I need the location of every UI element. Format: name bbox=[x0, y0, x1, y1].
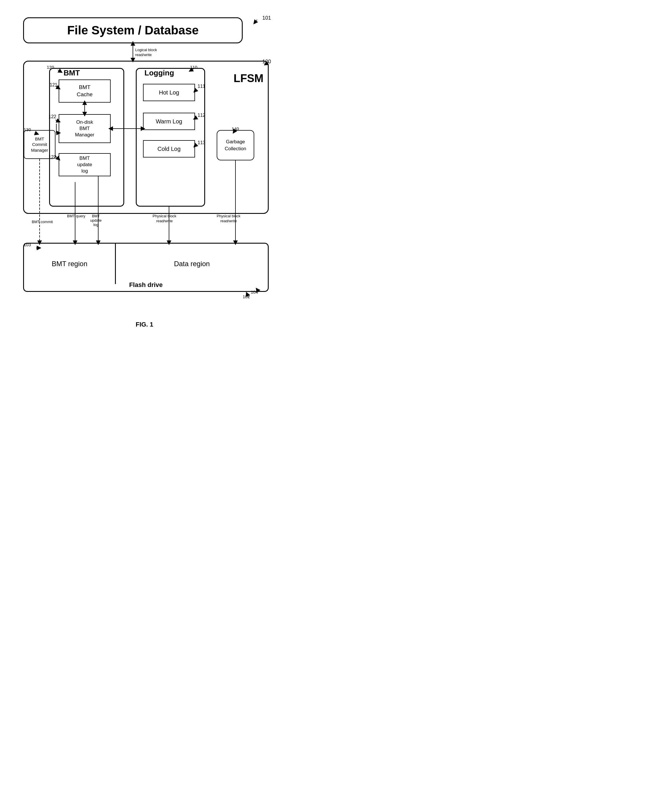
fig-label: FIG. 1 bbox=[6, 321, 283, 328]
logging-section-label: Logging bbox=[144, 68, 174, 78]
ref-121: 121 bbox=[50, 83, 58, 88]
ref-113: 113 bbox=[198, 140, 205, 145]
bmt-region: BMT region bbox=[24, 244, 116, 284]
bmt-region-label: BMT region bbox=[52, 260, 88, 268]
bmt-commit-arrow-label: BMT commit bbox=[32, 220, 53, 224]
fs-db-label: File System / Database bbox=[67, 23, 198, 37]
bmt-cache-box: BMTCache bbox=[59, 79, 111, 102]
cold-log-box: Cold Log bbox=[143, 140, 195, 157]
bmt-commit-label: BMTCommitManager bbox=[31, 136, 48, 153]
ref-111: 111 bbox=[198, 84, 205, 89]
ondisk-bmt-box: On-diskBMTManager bbox=[59, 114, 111, 143]
ondisk-bmt-label: On-diskBMTManager bbox=[75, 119, 94, 138]
bmt-updatelog-box: BMTupdatelog bbox=[59, 153, 111, 176]
phys-rw2-label: Physical block read/write bbox=[217, 214, 240, 224]
phys-rw1-label: Physical block read/write bbox=[152, 214, 176, 224]
warm-log-label: Warm Log bbox=[156, 118, 182, 125]
ref-140: 140 bbox=[232, 126, 239, 131]
ref-120: 120 bbox=[47, 65, 54, 69]
hot-log-box: Hot Log bbox=[143, 84, 195, 101]
ref-103: 103 bbox=[24, 242, 31, 247]
hot-log-label: Hot Log bbox=[159, 89, 179, 96]
ref-102: 102 bbox=[243, 294, 250, 299]
cold-log-label: Cold Log bbox=[157, 145, 180, 152]
flash-drive-label: Flash drive bbox=[24, 281, 268, 289]
diagram: File System / Database 101 Logical block… bbox=[6, 6, 283, 338]
data-region-label: Data region bbox=[174, 260, 210, 268]
bmt-cache-label: BMTCache bbox=[77, 84, 93, 98]
lfsm-label: LFSM bbox=[234, 72, 264, 85]
fs-db-box: File System / Database bbox=[23, 17, 243, 43]
ref-122: 122 bbox=[48, 114, 56, 119]
bmt-section-label: BMT bbox=[64, 68, 80, 78]
warm-log-box: Warm Log bbox=[143, 113, 195, 130]
bmt-commit-box: BMTCommitManager bbox=[24, 130, 56, 159]
gc-box: GarbageCollection bbox=[217, 130, 254, 160]
bmt-query-arrow-label: BMT query bbox=[67, 214, 85, 218]
flash-regions: BMT region Data region bbox=[24, 244, 268, 284]
bmt-updatelog-label: BMTupdatelog bbox=[77, 155, 92, 174]
ref-112: 112 bbox=[198, 113, 205, 118]
gc-label: GarbageCollection bbox=[225, 139, 246, 152]
flash-outer: BMT region Data region Flash drive bbox=[23, 243, 269, 292]
ref-104: 104 bbox=[251, 289, 258, 294]
logical-rw-label: Logical block read/write bbox=[135, 48, 157, 58]
svg-line-21 bbox=[255, 20, 257, 23]
ref-100: 100 bbox=[263, 59, 271, 65]
ref-110: 110 bbox=[190, 65, 197, 69]
ref-130: 130 bbox=[24, 127, 31, 132]
ref-101: 101 bbox=[263, 15, 271, 21]
data-region: Data region bbox=[116, 244, 268, 284]
bmt-update-log-arrow-label: BMT update log bbox=[90, 214, 102, 227]
